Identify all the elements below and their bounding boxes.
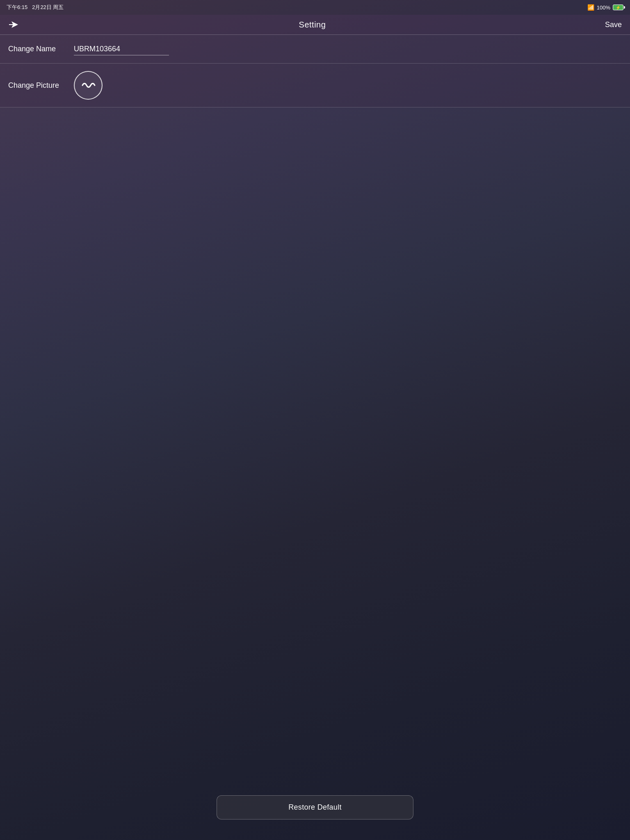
status-date: 2月22日 周五	[32, 4, 64, 10]
change-name-label: Change Name	[8, 45, 74, 53]
restore-default-button[interactable]: Restore Default	[217, 795, 413, 819]
battery-percent: 100%	[597, 5, 610, 11]
change-picture-row: Change Picture	[0, 64, 630, 107]
main-content-area	[0, 107, 630, 783]
settings-section: Change Name Change Picture	[0, 35, 630, 107]
change-picture-label: Change Picture	[8, 81, 74, 90]
change-picture-button[interactable]	[74, 71, 103, 100]
status-time-date: 下午6:15 2月22日 周五	[7, 4, 64, 11]
wifi-icon: 📶	[587, 4, 594, 11]
status-time: 下午6:15	[7, 4, 27, 10]
navigation-bar: Setting Save	[0, 15, 630, 35]
page-title: Setting	[299, 20, 326, 30]
save-button[interactable]: Save	[605, 21, 622, 29]
status-right-group: 📶 100% ⚡	[587, 4, 623, 11]
change-name-row: Change Name	[0, 35, 630, 64]
battery-icon: ⚡	[613, 5, 623, 10]
status-bar: 下午6:15 2月22日 周五 📶 100% ⚡	[0, 0, 630, 15]
battery-bolt-icon: ⚡	[616, 5, 621, 10]
back-button[interactable]	[8, 20, 20, 30]
bottom-area: Restore Default	[0, 783, 630, 840]
name-input[interactable]	[74, 43, 169, 55]
